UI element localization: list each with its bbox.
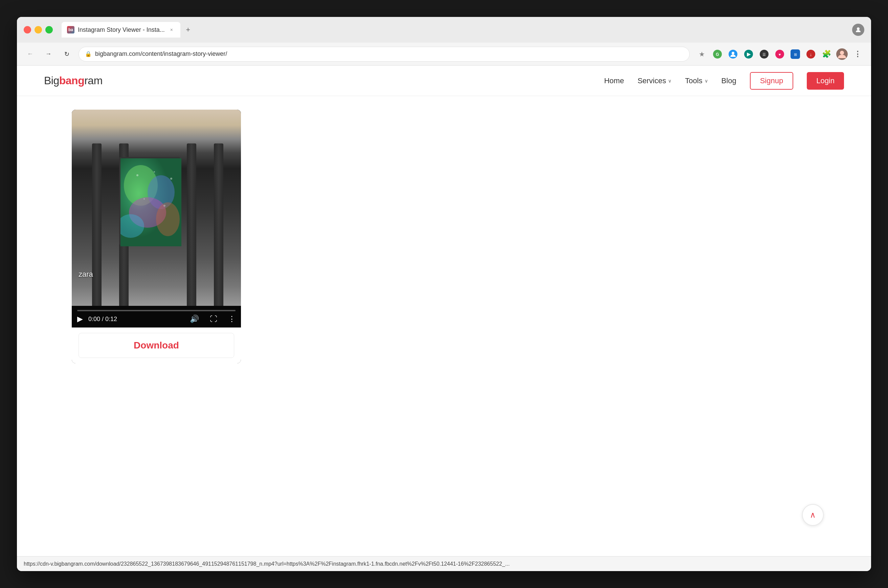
reload-button[interactable]: ↻: [60, 48, 73, 60]
nav-tools[interactable]: Tools ∨: [685, 76, 708, 85]
fullscreen-button[interactable]: ⛶: [210, 315, 217, 323]
content-wrapper: zara ▶ 0:00 / 0:12: [72, 110, 816, 363]
status-url: https://cdn-v.bigbangram.com/download/23…: [24, 561, 510, 567]
svg-text:↓: ↓: [810, 52, 812, 57]
download-button[interactable]: Download: [78, 333, 234, 358]
column-1: [92, 144, 102, 306]
title-bar: ba Instagram Story Viewer - Insta... × +: [17, 17, 871, 43]
ext-blue-grid[interactable]: ⊞: [789, 47, 802, 61]
mute-button[interactable]: 🔊: [190, 315, 199, 323]
scroll-top-icon: ∧: [810, 511, 816, 519]
ext-dark[interactable]: ☰: [758, 47, 771, 61]
svg-point-21: [156, 202, 180, 236]
logo-gram: ram: [84, 74, 102, 87]
svg-text:☰: ☰: [762, 52, 766, 57]
tab-favicon: ba: [67, 26, 75, 33]
more-button[interactable]: ⋮: [228, 315, 236, 323]
user-avatar[interactable]: [835, 47, 849, 61]
nav-services[interactable]: Services ∨: [638, 76, 671, 85]
new-tab-button[interactable]: +: [182, 23, 195, 36]
controls-row: ▶ 0:00 / 0:12 🔊 ⛶ ⋮: [77, 315, 236, 323]
svg-point-0: [857, 27, 860, 30]
tab-bar: ba Instagram Story Viewer - Insta... × +: [62, 22, 195, 38]
site-nav: Bigbangram Home Services ∨ Tools ∨ Blog: [17, 66, 871, 96]
signup-button[interactable]: Signup: [750, 72, 794, 90]
login-button[interactable]: Login: [807, 72, 844, 90]
active-tab[interactable]: ba Instagram Story Viewer - Insta... ×: [62, 22, 180, 38]
story-video-area[interactable]: zara: [72, 110, 241, 306]
close-button[interactable]: [24, 26, 31, 33]
svg-point-4: [732, 52, 734, 54]
forward-button[interactable]: →: [42, 48, 55, 60]
svg-text:⊞: ⊞: [794, 52, 797, 57]
back-button[interactable]: ←: [24, 48, 36, 60]
tools-dropdown-icon: ∨: [705, 78, 708, 84]
lock-icon: 🔒: [85, 51, 92, 57]
minimize-button[interactable]: [34, 26, 42, 33]
video-controls: ▶ 0:00 / 0:12 🔊 ⛶ ⋮: [72, 306, 241, 327]
main-content: zara ▶ 0:00 / 0:12: [17, 96, 871, 556]
ext-green[interactable]: G: [711, 47, 724, 61]
browser-window: ba Instagram Story Viewer - Insta... × +…: [17, 17, 871, 571]
site-logo: Bigbangram: [44, 74, 102, 87]
svg-point-24: [154, 171, 155, 172]
ext-green2[interactable]: ▶: [742, 47, 755, 61]
ext-red-down[interactable]: ↓: [804, 47, 818, 61]
svg-text:♥: ♥: [779, 52, 781, 57]
browser-extensions: ★ G ▶ ☰ ♥ ⊞ ↓ 🧩: [695, 47, 864, 61]
tab-title: Instagram Story Viewer - Insta...: [78, 26, 165, 33]
services-dropdown-icon: ∨: [668, 78, 671, 84]
more-options-button[interactable]: ⋮: [851, 47, 864, 61]
status-bar: https://cdn-v.bigbangram.com/download/23…: [17, 556, 871, 571]
svg-text:G: G: [716, 52, 719, 57]
svg-point-23: [136, 174, 138, 176]
svg-point-26: [144, 198, 145, 200]
progress-bar[interactable]: [77, 310, 236, 311]
display-window: [119, 157, 180, 245]
nav-blog[interactable]: Blog: [722, 76, 736, 85]
scroll-to-top-button[interactable]: ∧: [802, 504, 824, 526]
play-button[interactable]: ▶: [77, 315, 83, 323]
maximize-button[interactable]: [45, 26, 53, 33]
download-wrapper: Download: [72, 327, 241, 363]
column-4: [214, 144, 224, 306]
address-text: bigbangram.com/content/instagram-story-v…: [95, 50, 227, 57]
tab-close-button[interactable]: ×: [168, 26, 175, 33]
column-3: [187, 144, 196, 306]
story-card: zara ▶ 0:00 / 0:12: [72, 110, 241, 363]
site-nav-links: Home Services ∨ Tools ∨ Blog Signup Logi: [604, 72, 844, 90]
svg-point-27: [164, 205, 165, 207]
nav-bar: ← → ↻ 🔒 bigbangram.com/content/instagram…: [17, 43, 871, 66]
ext-user[interactable]: [726, 47, 740, 61]
logo-bang: bang: [59, 74, 84, 87]
svg-text:▶: ▶: [747, 51, 751, 57]
svg-point-16: [840, 51, 844, 55]
ext-pink[interactable]: ♥: [773, 47, 786, 61]
time-display: 0:00 / 0:12: [88, 316, 184, 323]
traffic-lights: [24, 26, 53, 33]
nav-home[interactable]: Home: [604, 76, 624, 85]
profile-icon[interactable]: [852, 24, 864, 36]
svg-point-25: [170, 178, 172, 180]
username-overlay: zara: [78, 270, 93, 279]
logo-big: Big: [44, 74, 59, 87]
star-icon[interactable]: ★: [695, 47, 709, 61]
page-content: Bigbangram Home Services ∨ Tools ∨ Blog: [17, 66, 871, 556]
ext-puzzle[interactable]: 🧩: [820, 47, 833, 61]
address-bar[interactable]: 🔒 bigbangram.com/content/instagram-story…: [78, 47, 690, 62]
